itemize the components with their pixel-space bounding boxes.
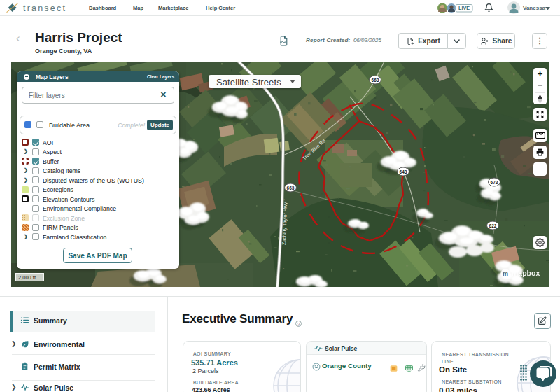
svg-text:672: 672 (491, 180, 498, 185)
svg-text:643: 643 (400, 169, 407, 174)
svg-text:622: 622 (489, 223, 497, 228)
svg-text:663: 663 (287, 186, 295, 190)
svg-text:m: m (503, 270, 508, 277)
svg-text:LIVE: LIVE (458, 5, 470, 11)
svg-text:mapbox: mapbox (512, 269, 540, 277)
svg-text:663: 663 (372, 78, 379, 83)
